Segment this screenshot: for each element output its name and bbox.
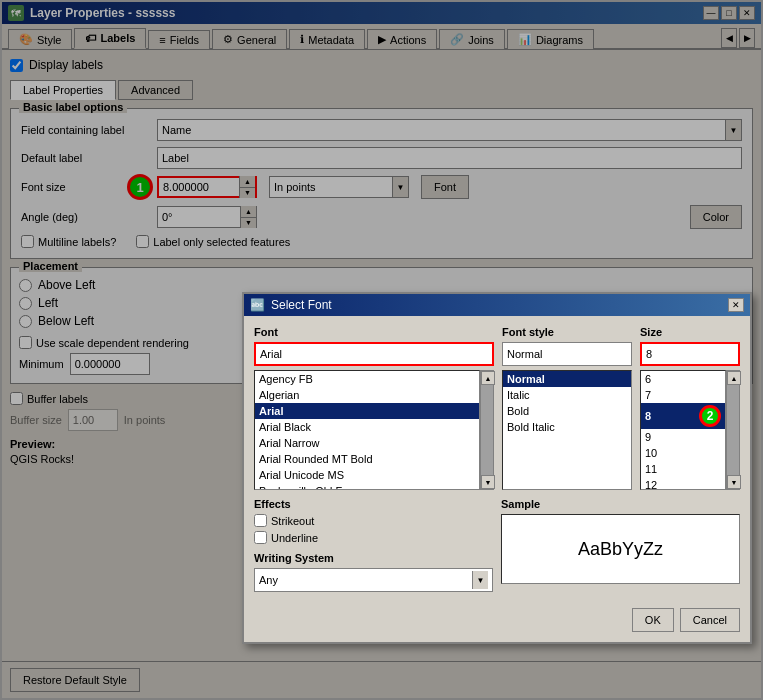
size-item-6[interactable]: 6 — [641, 371, 725, 387]
effects-section: Effects Strikeout Underline Writing Syst… — [254, 498, 493, 592]
size-list-container: 6 7 8 2 9 10 11 12 14 16 — [640, 370, 740, 490]
select-font-dialog: 🔤 Select Font ✕ Font Agency FB Algerian … — [242, 292, 752, 644]
font-list-container: Agency FB Algerian Arial Arial Black Ari… — [254, 370, 494, 490]
font-item-arial-rounded[interactable]: Arial Rounded MT Bold — [255, 451, 479, 467]
strikeout-text: Strikeout — [271, 515, 314, 527]
font-item-agency-fb[interactable]: Agency FB — [255, 371, 479, 387]
sample-label: Sample — [501, 498, 740, 510]
style-item-italic[interactable]: Italic — [503, 387, 631, 403]
font-item-baskerville[interactable]: Baskerville Old Face — [255, 483, 479, 490]
modal-icon: 🔤 — [250, 298, 265, 312]
style-column: Font style Normal Italic Bold Bold Itali… — [502, 326, 632, 490]
size-item-10[interactable]: 10 — [641, 445, 725, 461]
size-8-text: 8 — [645, 410, 651, 422]
size-item-12[interactable]: 12 — [641, 477, 725, 490]
modal-title-bar: 🔤 Select Font ✕ — [244, 294, 750, 316]
style-item-bold-italic[interactable]: Bold Italic — [503, 419, 631, 435]
style-list[interactable]: Normal Italic Bold Bold Italic — [502, 370, 632, 490]
underline-text: Underline — [271, 532, 318, 544]
underline-checkbox[interactable] — [254, 531, 267, 544]
font-list-scrollbar: ▲ ▼ — [480, 370, 494, 490]
font-search-input[interactable] — [254, 342, 494, 366]
size-column: Size 6 7 8 2 9 10 11 — [640, 326, 740, 490]
ok-button[interactable]: OK — [632, 608, 674, 632]
size-item-11[interactable]: 11 — [641, 461, 725, 477]
font-scroll-up[interactable]: ▲ — [481, 371, 495, 385]
sample-box: AaBbYyZz — [501, 514, 740, 584]
size-item-9[interactable]: 9 — [641, 429, 725, 445]
size-scrollbar: ▲ ▼ — [726, 370, 740, 490]
modal-columns: Font Agency FB Algerian Arial Arial Blac… — [254, 326, 740, 490]
modal-title: Select Font — [271, 298, 332, 312]
font-scroll-down[interactable]: ▼ — [481, 475, 495, 489]
font-item-arial-narrow[interactable]: Arial Narrow — [255, 435, 479, 451]
font-col-label: Font — [254, 326, 494, 338]
size-input[interactable] — [640, 342, 740, 366]
font-column: Font Agency FB Algerian Arial Arial Blac… — [254, 326, 494, 490]
size-item-8[interactable]: 8 2 — [641, 403, 725, 429]
effects-label: Effects — [254, 498, 493, 510]
font-list[interactable]: Agency FB Algerian Arial Arial Black Ari… — [254, 370, 480, 490]
writing-value: Any — [259, 574, 472, 586]
size-col-label: Size — [640, 326, 740, 338]
size-scroll-up[interactable]: ▲ — [727, 371, 741, 385]
writing-dropdown-arrow[interactable]: ▼ — [472, 571, 488, 589]
modal-title-left: 🔤 Select Font — [250, 298, 332, 312]
style-col-label: Font style — [502, 326, 632, 338]
style-item-normal[interactable]: Normal — [503, 371, 631, 387]
writing-combo[interactable]: Any ▼ — [254, 568, 493, 592]
badge-2: 2 — [699, 405, 721, 427]
style-input[interactable] — [502, 342, 632, 366]
style-item-bold[interactable]: Bold — [503, 403, 631, 419]
font-scroll-thumb — [481, 385, 493, 475]
size-list[interactable]: 6 7 8 2 9 10 11 12 14 16 — [640, 370, 726, 490]
main-window: 🗺 Layer Properties - ssssss — □ ✕ 🎨 Styl… — [0, 0, 763, 700]
cancel-button[interactable]: Cancel — [680, 608, 740, 632]
modal-bottom-buttons: OK Cancel — [244, 602, 750, 642]
size-scroll-thumb — [727, 385, 739, 475]
size-scroll-down[interactable]: ▼ — [727, 475, 741, 489]
font-item-arial-black[interactable]: Arial Black — [255, 419, 479, 435]
strikeout-label: Strikeout — [254, 514, 493, 527]
writing-label: Writing System — [254, 552, 493, 564]
modal-content: Font Agency FB Algerian Arial Arial Blac… — [244, 316, 750, 602]
sample-section: Sample AaBbYyZz — [501, 498, 740, 592]
font-item-arial-unicode[interactable]: Arial Unicode MS — [255, 467, 479, 483]
modal-close-button[interactable]: ✕ — [728, 298, 744, 312]
font-item-algerian[interactable]: Algerian — [255, 387, 479, 403]
modal-bottom-row: Effects Strikeout Underline Writing Syst… — [254, 498, 740, 592]
underline-label: Underline — [254, 531, 493, 544]
size-item-7[interactable]: 7 — [641, 387, 725, 403]
writing-system-section: Writing System Any ▼ — [254, 552, 493, 592]
strikeout-checkbox[interactable] — [254, 514, 267, 527]
font-item-arial[interactable]: Arial — [255, 403, 479, 419]
sample-text: AaBbYyZz — [578, 539, 663, 560]
